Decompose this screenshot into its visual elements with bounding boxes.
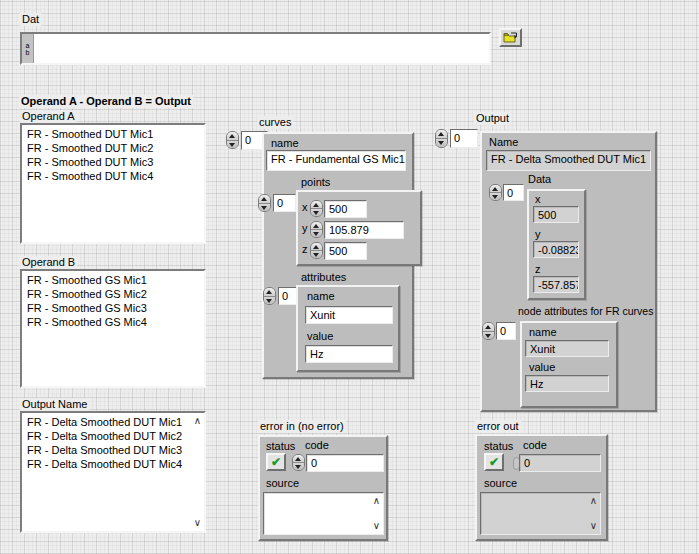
error-out-status-label: status <box>482 440 515 453</box>
node-value-field: Hz <box>525 375 609 392</box>
attributes-index-spinner[interactable] <box>263 287 276 305</box>
list-item[interactable]: FR - Smoothed GS Mic4 <box>22 315 204 329</box>
point-x-label: x <box>300 201 310 214</box>
data-z-field: -557.857 <box>533 276 579 293</box>
error-in-label: error in (no error) <box>258 420 346 433</box>
list-item[interactable]: FR - Delta Smoothed DUT Mic1 <box>22 415 204 429</box>
data-x-field: 500 <box>533 206 579 223</box>
output-name-items: FR - Delta Smoothed DUT Mic1FR - Delta S… <box>22 415 204 471</box>
list-item[interactable]: FR - Smoothed DUT Mic4 <box>22 169 204 183</box>
error-out-source-field: ∧ ∨ <box>480 492 601 535</box>
output-index-value[interactable]: 0 <box>450 129 478 148</box>
error-in-status-led[interactable]: ✔ <box>266 453 286 471</box>
point-z-field[interactable]: 500 <box>324 242 367 260</box>
browse-button[interactable] <box>499 28 522 47</box>
labview-front-panel: Dat ab Operand A - Operand B = Output Op… <box>0 0 699 554</box>
list-item[interactable]: FR - Smoothed DUT Mic2 <box>22 141 204 155</box>
path-type-icon: ab <box>22 34 34 63</box>
scroll-down-icon[interactable]: ∨ <box>373 521 380 531</box>
path-input[interactable]: ab <box>20 32 491 65</box>
scroll-down-icon[interactable]: ∨ <box>194 518 201 528</box>
attr-name-label: name <box>305 290 337 303</box>
curve-name-field[interactable]: FR - Fundamental GS Mic1 <box>266 150 406 171</box>
list-item[interactable]: FR - Delta Smoothed DUT Mic2 <box>22 429 204 443</box>
point-y-spinner[interactable] <box>310 221 323 238</box>
attributes-label: attributes <box>299 271 348 284</box>
data-z-label: z <box>533 263 543 276</box>
scroll-up-icon[interactable]: ∧ <box>194 416 201 426</box>
points-index-value[interactable]: 0 <box>273 194 296 212</box>
error-in-source-label: source <box>264 477 301 490</box>
folder-icon <box>503 32 518 43</box>
data-index-value[interactable]: 0 <box>503 184 524 201</box>
error-out-source-label: source <box>482 477 519 490</box>
node-attributes-label: node attributes for FR curves <box>516 305 655 318</box>
point-x-field[interactable]: 500 <box>324 200 367 218</box>
output-name-label: Output Name <box>20 398 89 411</box>
checkmark-icon: ✔ <box>271 455 281 469</box>
list-item[interactable]: FR - Delta Smoothed DUT Mic4 <box>22 457 204 471</box>
error-in-status-label: status <box>264 440 297 453</box>
list-item[interactable]: FR - Smoothed GS Mic3 <box>22 301 204 315</box>
attr-value-label: value <box>305 330 335 343</box>
points-label: points <box>299 176 332 189</box>
error-in-code-spinner[interactable] <box>292 454 305 471</box>
scroll-down-icon[interactable]: ∨ <box>590 521 597 531</box>
operand-b-label: Operand B <box>20 256 77 269</box>
scroll-up-icon[interactable]: ∧ <box>590 496 597 506</box>
node-attr-index-spinner[interactable] <box>482 322 495 340</box>
error-out-code-label: code <box>521 439 549 452</box>
list-item[interactable]: FR - Smoothed GS Mic1 <box>22 273 204 287</box>
data-y-label: y <box>533 228 543 241</box>
section-heading: Operand A - Operand B = Output <box>19 95 193 108</box>
data-label: Data <box>526 173 553 186</box>
point-y-field[interactable]: 105.879 <box>324 221 404 239</box>
point-z-spinner[interactable] <box>310 242 323 259</box>
list-item[interactable]: FR - Smoothed GS Mic2 <box>22 287 204 301</box>
node-name-field: Xunit <box>525 340 609 357</box>
list-item[interactable]: FR - Delta Smoothed DUT Mic3 <box>22 443 204 457</box>
points-index-spinner[interactable] <box>258 194 271 212</box>
checkmark-icon: ✔ <box>489 455 499 469</box>
error-out-label: error out <box>475 420 521 433</box>
scroll-up-icon[interactable]: ∧ <box>373 496 380 506</box>
output-name-listbox[interactable]: FR - Delta Smoothed DUT Mic1FR - Delta S… <box>20 411 206 533</box>
error-in-code-label: code <box>303 439 331 452</box>
data-x-label: x <box>533 193 543 206</box>
point-y-label: y <box>300 222 310 235</box>
error-in-source-field[interactable]: ∧ ∨ <box>263 492 384 535</box>
list-item[interactable]: FR - Smoothed DUT Mic1 <box>22 127 204 141</box>
path-label: Dat <box>20 13 41 26</box>
data-y-field: -0.08823 <box>533 241 579 258</box>
operand-a-listbox[interactable]: FR - Smoothed DUT Mic1FR - Smoothed DUT … <box>20 123 206 244</box>
node-attr-index-value[interactable]: 0 <box>496 322 516 340</box>
data-index-spinner[interactable] <box>489 184 502 201</box>
node-value-label: value <box>527 361 557 374</box>
output-index-spinner[interactable] <box>435 129 448 148</box>
node-attributes-cluster: name value <box>520 321 618 408</box>
node-name-label: name <box>527 326 559 339</box>
attr-value-field[interactable]: Hz <box>305 345 393 363</box>
output-name-field: FR - Delta Smoothed DUT Mic1 <box>486 150 651 171</box>
error-in-code-field[interactable]: 0 <box>306 454 384 472</box>
point-x-spinner[interactable] <box>310 200 323 217</box>
point-z-label: z <box>300 243 310 256</box>
curve-name-label: name <box>269 137 301 150</box>
attr-name-field[interactable]: Xunit <box>305 306 393 324</box>
error-out-code-field: 0 <box>519 454 601 472</box>
error-out-status-led: ✔ <box>484 453 504 471</box>
curves-index-spinner[interactable] <box>226 131 239 149</box>
operand-b-listbox[interactable]: FR - Smoothed GS Mic1FR - Smoothed GS Mi… <box>20 269 206 388</box>
output-name-field-label: Name <box>487 136 520 149</box>
operand-a-label: Operand A <box>20 110 77 123</box>
output-label: Output <box>474 112 511 125</box>
list-item[interactable]: FR - Smoothed DUT Mic3 <box>22 155 204 169</box>
curves-label: curves <box>257 116 293 129</box>
